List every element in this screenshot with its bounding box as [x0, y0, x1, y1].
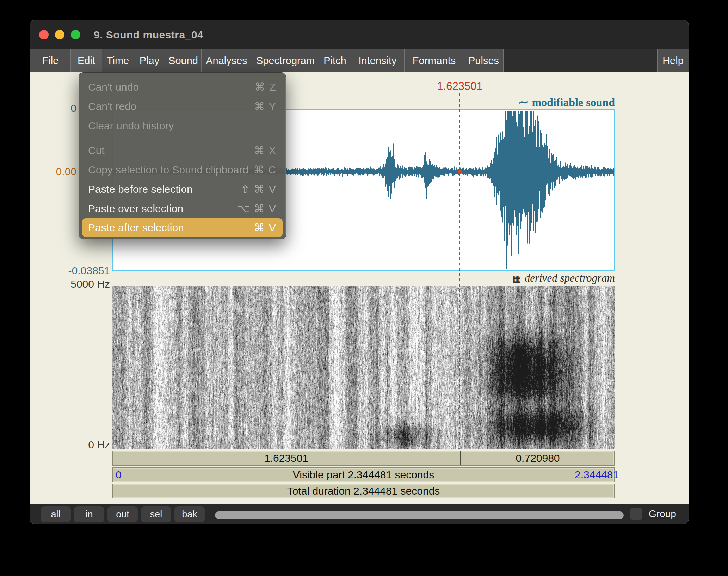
zoom-in-button[interactable]: in: [74, 506, 104, 522]
group-label: Group: [649, 504, 676, 524]
menu-item-paste-after-selection[interactable]: Paste after selection⌘ V: [82, 218, 283, 237]
play-left-segment[interactable]: 1.623501: [113, 451, 460, 465]
time-scrollbar[interactable]: [215, 511, 624, 519]
menu-formants[interactable]: Formants: [405, 49, 464, 72]
cursor-line[interactable]: [459, 93, 460, 449]
menu-time[interactable]: Time: [102, 49, 134, 72]
bottom-bar: all in out sel bak Group: [30, 504, 689, 524]
menu-item-paste-before-selection[interactable]: Paste before selection⇧ ⌘ V: [79, 179, 286, 199]
visible-start-time: 0: [113, 469, 155, 481]
freq-axis-bottom-label: 0 Hz: [32, 439, 110, 451]
visible-part-label: Visible part 2.344481 seconds: [155, 469, 572, 481]
sine-icon: ∼: [518, 95, 529, 109]
sound-type-label: ∼modifiable sound: [518, 95, 615, 109]
menu-pulses[interactable]: Pulses: [464, 49, 504, 72]
zoom-out-button[interactable]: out: [107, 506, 138, 522]
zoom-all-button[interactable]: all: [41, 506, 71, 522]
menu-bar: File Edit Time Play Sound Analyses Spect…: [30, 49, 689, 72]
zoom-bak-button[interactable]: bak: [174, 506, 205, 522]
window-title: 9. Sound muestra_04: [94, 29, 203, 41]
menu-file[interactable]: File: [30, 49, 71, 72]
menu-analyses[interactable]: Analyses: [202, 49, 252, 72]
close-button[interactable]: [39, 30, 49, 39]
menu-intensity[interactable]: Intensity: [351, 49, 405, 72]
menu-edit[interactable]: Edit: [71, 49, 102, 72]
freq-axis-top-label: 5000 Hz: [32, 278, 110, 290]
menu-pitch[interactable]: Pitch: [319, 49, 351, 72]
title-bar: 9. Sound muestra_04: [30, 20, 689, 49]
spectrogram-type-text: derived spectrogram: [525, 272, 615, 284]
visible-part-bar[interactable]: 0 Visible part 2.344481 seconds 2.344481: [112, 467, 615, 482]
menu-item-clear-undo-history: Clear undo history: [79, 116, 286, 135]
selection-time-bar: 1.623501 0.720980: [112, 451, 615, 466]
total-duration-bar[interactable]: Total duration 2.344481 seconds: [112, 484, 615, 498]
menu-sound[interactable]: Sound: [165, 49, 202, 72]
menu-spectrogram[interactable]: Spectrogram: [252, 49, 319, 72]
menu-item-cant-redo: Can't redo⌘ Y: [79, 97, 286, 116]
cursor-time-label: 1.623501: [418, 80, 502, 93]
menu-play[interactable]: Play: [134, 49, 165, 72]
visible-end-time: 2.344481: [572, 469, 614, 481]
checkered-square-icon: ▦: [512, 274, 521, 284]
menu-help[interactable]: Help: [657, 49, 689, 72]
screenshot-stage: 9. Sound muestra_04 File Edit Time Play …: [0, 0, 728, 576]
menu-item-paste-over-selection[interactable]: Paste over selection⌥ ⌘ V: [79, 199, 286, 218]
group-checkbox[interactable]: [630, 508, 642, 520]
edit-menu-dropdown: Can't undo⌘ Z Can't redo⌘ Y Clear undo h…: [79, 72, 286, 239]
amp-axis-bottom-label: -0.03851: [32, 265, 110, 277]
menu-item-cant-undo: Can't undo⌘ Z: [79, 77, 286, 97]
sound-type-text: modifiable sound: [532, 96, 615, 109]
zoom-sel-button[interactable]: sel: [141, 506, 171, 522]
menu-item-cut: Cut⌘ X: [79, 141, 286, 160]
amp-axis-top-label: 0: [34, 102, 76, 114]
total-duration-label: Total duration 2.344481 seconds: [113, 484, 614, 498]
spectrogram-canvas[interactable]: [112, 286, 615, 449]
cursor-dot: [458, 170, 462, 174]
spectrogram-type-label: ▦derived spectrogram: [512, 272, 615, 284]
zoom-button[interactable]: [71, 30, 80, 39]
amp-cursor-label: 0.00: [30, 166, 76, 178]
menu-item-copy-selection: Copy selection to Sound clipboard⌘ C: [79, 160, 286, 179]
minimize-button[interactable]: [55, 30, 64, 39]
editor-content: 1.623501 ∼modifiable sound 0 0.00 -0.038…: [30, 72, 689, 504]
play-right-segment[interactable]: 0.720980: [461, 451, 614, 465]
praat-sound-editor-window: 9. Sound muestra_04 File Edit Time Play …: [30, 20, 689, 524]
spectrogram-panel[interactable]: [112, 286, 615, 449]
menu-separator: [84, 138, 281, 138]
